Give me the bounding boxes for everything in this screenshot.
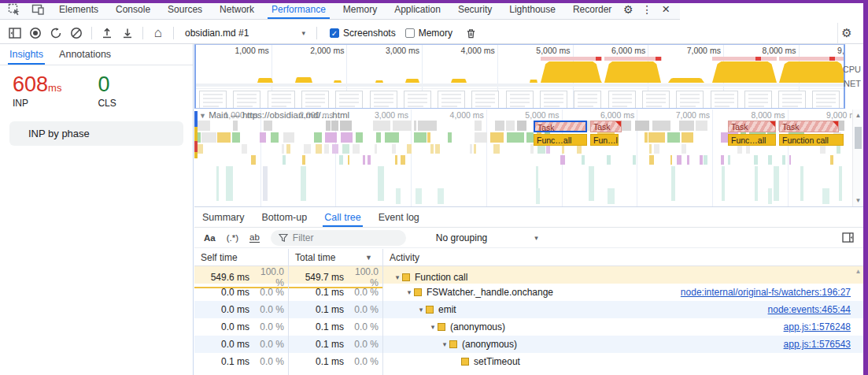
screenshot-thumbnail[interactable] (608, 91, 636, 109)
function-call-bar[interactable]: Function call (779, 134, 844, 146)
kebab-menu-icon[interactable]: ⋮ (639, 2, 655, 17)
grouping-select[interactable]: No grouping ▾ (436, 232, 538, 243)
inspect-element-icon[interactable] (6, 2, 22, 17)
regex-icon[interactable]: (.*) (227, 233, 238, 243)
screenshot-thumbnail[interactable] (404, 91, 431, 109)
scroll-up-icon[interactable]: ▲ (853, 112, 863, 119)
flame-chart-canvas[interactable]: ▼ Main — https://obsidian.md/….html 1,00… (194, 110, 852, 206)
screenshot-thumbnail[interactable] (301, 91, 329, 109)
screenshot-thumbnail[interactable] (574, 91, 601, 109)
flame-activity-bar (608, 188, 615, 204)
timeline-overview[interactable]: 1,000 ms2,000 ms3,000 ms4,000 ms5,000 ms… (194, 44, 845, 109)
clear-icon[interactable] (68, 24, 85, 42)
screenshots-checkbox[interactable]: ✓ Screenshots (330, 28, 396, 39)
screenshot-thumbnail[interactable] (642, 91, 670, 109)
source-location-link[interactable]: node:internal/original-fs/watchers:196:2… (681, 287, 851, 298)
expand-arrow-icon[interactable]: ▾ (404, 288, 414, 296)
insight-item-inp-by-phase[interactable]: INP by phase (9, 121, 183, 146)
task-bar-label: Task (593, 122, 611, 132)
track-edge-marker (194, 127, 198, 141)
memory-checkbox[interactable]: Memory (405, 28, 452, 39)
screenshot-thumbnail[interactable] (268, 91, 295, 109)
screenshot-thumbnail[interactable] (812, 91, 840, 109)
call-tree-row[interactable]: 549.6 ms100.0 %549.7 ms100.0 %▾Function … (194, 266, 863, 284)
main-track-title[interactable]: ▼ Main — https://obsidian.md/….html (199, 110, 349, 120)
function-call-bar[interactable]: Func…all (534, 134, 587, 146)
self-time-cell: 0.0 ms0.0 % (194, 284, 289, 301)
sidebar-tab-annotations[interactable]: Annotations (59, 44, 111, 65)
history-select[interactable]: obsidian.md #1 ▾ (180, 28, 310, 39)
expand-arrow-icon[interactable]: ▾ (428, 323, 438, 331)
screenshot-thumbnail[interactable] (438, 91, 465, 109)
sidebar-tab-insights[interactable]: Insights (9, 44, 43, 65)
scrollbar-thumb[interactable] (855, 127, 862, 149)
scroll-down-icon[interactable]: ▼ (853, 197, 863, 204)
column-header-self-time[interactable]: Self time (194, 249, 289, 265)
collect-garbage-icon[interactable] (462, 24, 479, 42)
long-task-bar[interactable]: Task (590, 121, 622, 132)
screenshot-thumbnail[interactable] (199, 91, 227, 109)
screenshot-thumbnail[interactable] (540, 91, 567, 109)
close-icon[interactable]: × (658, 2, 674, 17)
flame-vertical-scrollbar[interactable]: ▲ ▼ (852, 110, 863, 206)
call-tree-row[interactable]: 0.0 ms0.0 %0.1 ms0.0 %▾(anonymous)app.js… (194, 318, 863, 336)
flame-activity-bar (242, 144, 247, 154)
flame-time-label: 5,000 ms (525, 110, 561, 120)
expand-arrow-icon[interactable]: ▾ (440, 340, 449, 348)
flame-activity-bar (768, 155, 772, 165)
total-time-percent: 0.0 % (344, 321, 379, 332)
screenshot-thumbnail[interactable] (335, 91, 363, 109)
call-tree-row[interactable]: 0.1 ms0.0 %0.1 ms0.0 %setTimeout (194, 353, 863, 370)
home-icon[interactable]: ⌂ (150, 24, 167, 42)
filter-input[interactable]: Filter (271, 230, 406, 246)
call-tree-row[interactable]: 0.0 ms0.0 %0.1 ms0.0 %▾FSWatcher._handle… (194, 284, 863, 301)
self-time-cell: 0.0 ms0.0 % (194, 318, 289, 336)
whole-word-icon[interactable]: ab (249, 232, 260, 243)
toggle-sidebar-icon[interactable] (6, 24, 24, 42)
expand-arrow-icon[interactable]: ▾ (393, 273, 402, 281)
screenshot-thumbnail[interactable] (711, 91, 738, 109)
details-tab-event-log[interactable]: Event log (379, 207, 419, 227)
source-location-link[interactable]: app.js:1:576543 (784, 339, 851, 350)
screenshot-thumbnail[interactable] (778, 91, 806, 109)
source-location-link[interactable]: node:events:465:44 (768, 304, 851, 315)
record-icon[interactable] (27, 24, 44, 42)
screenshot-thumbnail[interactable] (471, 91, 499, 109)
table-vertical-scrollbar[interactable]: ▲ (853, 266, 863, 375)
flame-activity-bar (475, 121, 482, 131)
upload-profile-icon[interactable] (98, 24, 116, 42)
call-tree-row[interactable]: 0.0 ms0.0 %0.1 ms0.0 %▾emitnode:events:4… (194, 301, 863, 318)
expand-arrow-icon[interactable]: ▾ (416, 306, 426, 314)
screenshot-thumbnail[interactable] (676, 91, 704, 109)
screenshot-thumbnail[interactable] (506, 91, 534, 109)
flame-activity-bar (348, 155, 350, 165)
cpu-activity-hump (257, 78, 273, 83)
column-header-total-time[interactable]: Total time▼ (289, 249, 383, 265)
long-task-bar[interactable]: Task (534, 121, 587, 132)
flame-chart: ▼ Main — https://obsidian.md/….html 1,00… (194, 110, 863, 206)
details-tab-bottom-up[interactable]: Bottom-up (261, 207, 307, 227)
settings-gear-icon[interactable]: ⚙ (620, 2, 636, 17)
function-call-bar[interactable]: Func…all (728, 134, 776, 146)
performance-settings-gear-icon[interactable]: ⚙ (838, 24, 855, 42)
screenshot-thumbnail[interactable] (370, 91, 397, 109)
screenshot-thumbnail[interactable] (233, 91, 260, 109)
device-toolbar-icon[interactable] (30, 2, 46, 17)
scroll-up-icon[interactable]: ▲ (853, 268, 863, 275)
screenshot-thumbnail[interactable] (744, 91, 772, 109)
match-case-icon[interactable]: Aa (204, 233, 216, 243)
long-task-bar[interactable]: Task (728, 121, 776, 132)
call-tree-row[interactable]: 0.0 ms0.0 %0.1 ms0.0 %▾(anonymous)app.js… (194, 336, 863, 353)
column-header-activity[interactable]: Activity (383, 249, 863, 265)
reload-record-icon[interactable] (47, 24, 65, 42)
details-tab-summary[interactable]: Summary (202, 207, 244, 227)
flame-activity-bar (233, 121, 238, 131)
show-details-sidebar-icon[interactable] (840, 230, 855, 246)
flame-activity-bar (316, 144, 322, 154)
details-tab-call-tree[interactable]: Call tree (324, 207, 361, 227)
download-profile-icon[interactable] (119, 24, 136, 42)
source-location-link[interactable]: app.js:1:576248 (784, 321, 851, 332)
flame-activity-bar (283, 132, 294, 143)
long-task-bar[interactable]: Task (779, 121, 839, 132)
function-call-bar[interactable]: Fun…ll (590, 134, 619, 146)
